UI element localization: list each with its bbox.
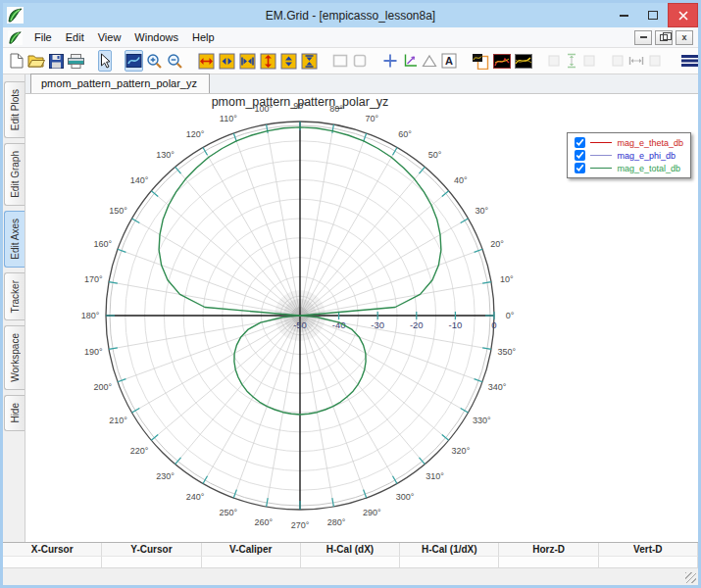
angle-label: 210° [109,416,127,425]
layout-button[interactable]: Layout ▾ [676,52,701,70]
sidebar-tab-label: Hide [10,396,21,430]
angle-label: 180° [81,311,100,320]
close-button[interactable] [668,3,698,27]
app-logo-icon [7,7,24,24]
angle-label: 260° [255,517,274,527]
rect-region2-button[interactable] [351,50,369,72]
new-file-button[interactable] [9,50,25,72]
radial-tick-label: -30 [371,319,384,330]
status-value-cell [202,556,301,568]
menu-help[interactable]: Help [185,29,222,45]
rect-region-button[interactable] [331,50,349,72]
fit-horizontal-icon [239,53,256,70]
mdi-child-icon [8,30,23,45]
plot-style-red-button[interactable] [492,50,512,72]
zoom-window-icon [125,53,142,69]
zoom-in-button[interactable] [145,50,164,72]
align-top-icon [547,54,561,68]
legend-row-phi: mag_e_phi_db [575,150,683,161]
save-icon [49,54,64,69]
add-axes-button[interactable] [401,50,419,72]
distribute-horizontal-icon [628,54,644,68]
zoom-out-button[interactable] [166,50,184,72]
expand-vertical-button[interactable] [259,50,277,72]
sidebar-tab-edit-graph[interactable]: Edit Graph [4,143,25,206]
maximize-button[interactable] [638,3,668,27]
plot-style-yellow-button[interactable] [514,50,533,72]
align-left-button[interactable] [610,50,626,72]
radial-tick-label: 0 [491,319,496,330]
distribute-vertical-icon [565,53,578,69]
align-right-button[interactable] [647,50,663,72]
zoom-window-button[interactable] [125,50,143,72]
open-file-button[interactable] [26,50,46,72]
status-readout-bar: X-Cursor Y-Cursor V-Caliper H-Cal (dX) H… [3,542,698,567]
legend-checkbox-phi[interactable] [575,150,585,161]
status-col-x-cursor: X-Cursor [3,543,102,556]
sidebar-tab-edit-plots[interactable]: Edit Plots [4,81,25,138]
status-strip [3,567,698,585]
status-value-cell [102,556,201,568]
rect-region2-icon [352,54,368,68]
shrink-vertical-button[interactable] [279,50,298,72]
angle-label: 200° [94,382,113,392]
expand-horizontal-button[interactable] [197,50,216,72]
maximize-icon [648,11,658,20]
expand-vertical-icon [260,53,276,70]
sidebar-tab-label: Edit Axes [10,212,21,267]
close-icon [678,11,688,21]
distribute-vertical-button[interactable] [564,50,579,72]
text-icon: A [441,53,457,69]
legend-checkbox-theta[interactable] [575,137,585,148]
legend-line-sample [590,155,612,156]
fit-vertical-button[interactable] [300,50,319,72]
distribute-horizontal-button[interactable] [627,50,645,72]
document-tab-strip: pmom_pattern_pattern_polar_yz [25,74,698,94]
menu-file[interactable]: File [27,29,59,45]
copy-plot-button[interactable] [471,50,490,72]
angle-tick [109,348,118,350]
angle-label: 40° [454,175,468,185]
shrink-horizontal-button[interactable] [218,50,236,72]
resize-grip[interactable] [685,572,696,583]
legend-label: mag_e_phi_db [617,151,676,161]
legend-checkbox-total[interactable] [575,163,585,173]
select-tool-button[interactable] [98,50,112,72]
angle-tick [109,282,118,284]
minimize-icon [620,15,628,17]
legend-label: mag_e_total_db [617,164,680,173]
add-marker-button[interactable] [381,50,399,72]
align-bottom-button[interactable] [581,50,597,72]
minimize-button[interactable] [609,3,638,27]
sidebar-tab-tracker[interactable]: Tracker [4,272,25,321]
sidebar-tab-edit-axes[interactable]: Edit Axes [4,211,25,268]
align-top-button[interactable] [546,50,562,72]
sidebar-tab-workspace[interactable]: Workspace [4,325,25,390]
fit-vertical-icon [301,53,318,70]
main-region: Edit Plots Edit Graph Edit Axes Tracker … [3,74,698,542]
angle-label: 30° [476,206,489,216]
mdi-minimize-button[interactable] [634,30,652,45]
status-col-h-cal-dx: H-Cal (dX) [301,543,400,556]
sidebar-tab-label: Edit Graph [10,144,21,205]
document-tab[interactable]: pmom_pattern_pattern_polar_yz [30,74,210,93]
menu-view[interactable]: View [91,29,128,45]
mdi-restore-button[interactable] [655,30,673,45]
angle-tick [482,282,491,284]
new-file-icon [10,53,24,69]
mdi-close-button[interactable]: x [676,30,693,45]
print-button[interactable] [67,50,85,72]
add-shape-button[interactable] [421,50,438,72]
open-folder-icon [27,54,45,68]
fit-horizontal-button[interactable] [238,50,257,72]
add-text-button[interactable]: A [440,50,458,72]
menu-edit[interactable]: Edit [59,29,91,45]
menu-windows[interactable]: Windows [127,29,185,45]
sidebar: Edit Plots Edit Graph Edit Axes Tracker … [3,74,25,542]
angle-label: 140° [130,175,149,185]
status-col-vert-d: Vert-D [599,543,698,556]
copy-plot-icon [472,53,489,70]
save-button[interactable] [48,50,65,72]
angle-label: 130° [156,150,175,160]
sidebar-tab-hide[interactable]: Hide [4,395,25,431]
